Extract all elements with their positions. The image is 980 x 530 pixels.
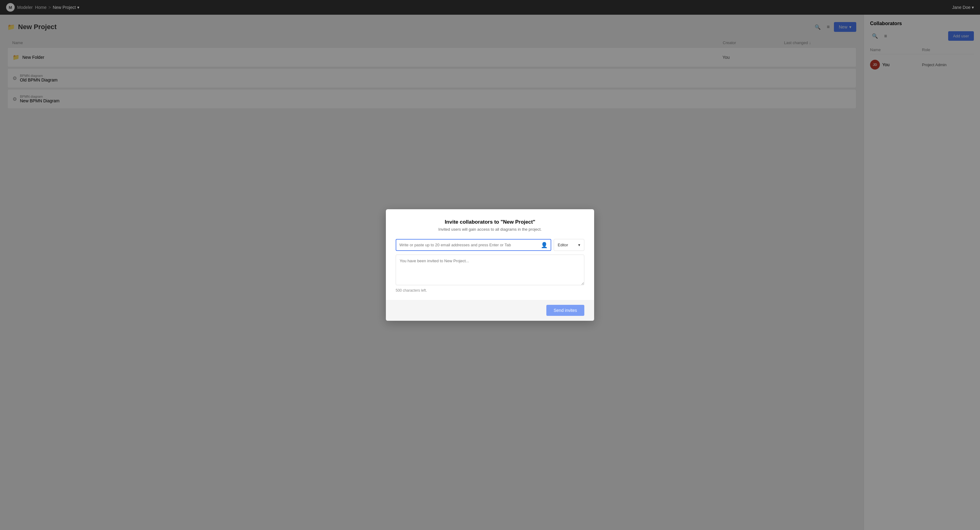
email-row: 👤 Editor ▾	[396, 239, 584, 251]
send-invites-button[interactable]: Send invites	[546, 305, 584, 316]
modal-body: Invite collaborators to "New Project" In…	[386, 209, 594, 300]
email-input[interactable]	[399, 240, 541, 250]
role-label: Editor	[558, 243, 568, 247]
role-dropdown-icon: ▾	[578, 243, 580, 247]
modal-subtitle: Invited users will gain access to all di…	[396, 227, 584, 232]
role-select[interactable]: Editor ▾	[554, 239, 584, 251]
modal-title: Invite collaborators to "New Project"	[396, 219, 584, 225]
message-textarea[interactable]	[396, 255, 584, 285]
email-person-icon: 👤	[541, 242, 547, 248]
char-count: 500 characters left.	[396, 288, 584, 293]
invite-modal: Invite collaborators to "New Project" In…	[386, 209, 594, 321]
modal-footer: Send invites	[386, 300, 594, 321]
modal-overlay: Invite collaborators to "New Project" In…	[0, 0, 980, 530]
email-input-wrap: 👤	[396, 239, 551, 251]
